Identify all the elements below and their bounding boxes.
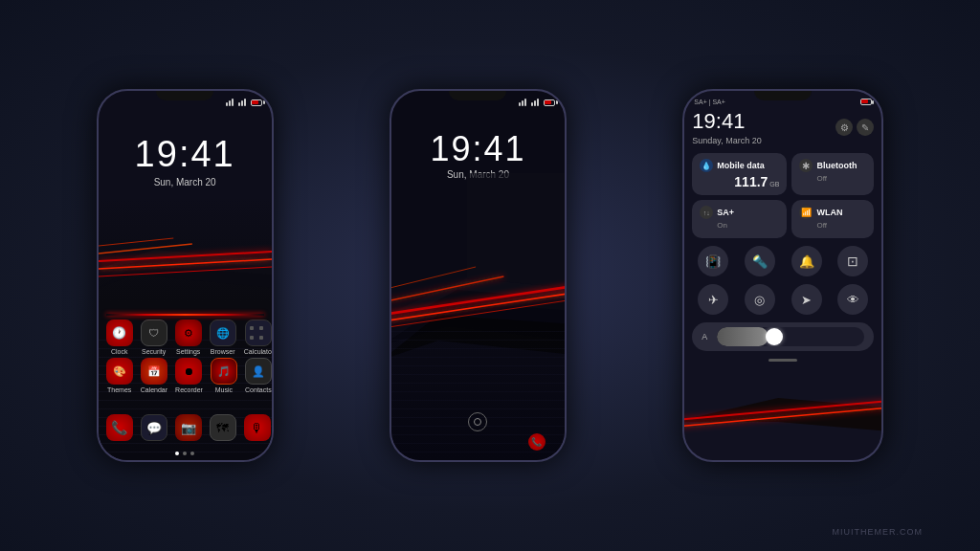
brightness-fill [717,327,768,346]
location-btn[interactable]: ➤ [791,284,822,315]
control-tiles: 💧 Mobile data 111.7 GB ✱ [692,153,874,238]
sa-tile[interactable]: ↑↓ SA+ On [692,200,787,238]
brightness-label: A [702,332,711,342]
wlan-icon: 📶 [799,206,813,219]
cc-time: 19:41 [692,109,761,134]
app-browser[interactable]: 🌐 Browser [210,320,236,355]
phone1-status-bar [108,99,262,106]
phone3: SA+ | SA+ 19:41 Sunday, March 20 [682,89,883,462]
airplane-btn[interactable]: ✈ [698,284,728,315]
dock-voice[interactable]: 🎙 [244,414,271,441]
phone2-time: 19:41 [391,129,565,169]
screen-record-btn[interactable]: ⊡ [837,246,868,276]
app-clock[interactable]: 🕐 Clock [106,320,133,355]
wlan-title: WLAN [816,208,842,217]
cc-status-bar: SA+ | SA+ [692,99,874,105]
app-contacts-label: Contacts [245,386,272,393]
brightness-bar[interactable] [717,327,864,346]
phone1-time: 19:41 [99,134,272,175]
app-calculator[interactable]: Calculator [244,320,272,355]
app-row-1: 🕐 Clock 🛡 Security ⚙ Settings 🌐 Browser [106,320,264,355]
sa-icon: ↑↓ [700,206,713,219]
app-calendar-label: Calendar [141,386,167,393]
dock-maps[interactable]: 🗺 [210,414,236,441]
auto-rotate-btn[interactable]: ◎ [745,284,775,315]
bluetooth-icon: ✱ [799,159,813,172]
phone2-status-bar [401,99,555,106]
app-settings-label: Settings [176,348,200,355]
flashlight-btn[interactable]: 🔦 [745,246,775,276]
cc-datetime-row: 19:41 Sunday, March 20 ⚙ ✎ [692,109,874,145]
dock-messages[interactable]: 💬 [141,414,167,441]
brightness-thumb[interactable] [766,328,783,345]
carrier-text: SA+ | SA+ [694,99,725,105]
bluetooth-status: Off [816,174,866,183]
page-dots [99,452,272,455]
dock-row: 📞 💬 📷 🗺 🎙 [106,414,264,441]
watermark: MIUITHEMER.COM [833,527,924,537]
app-themes[interactable]: 🎨 Themes [106,358,133,393]
phone1-date: Sun, March 20 [99,177,272,187]
control-center: SA+ | SA+ 19:41 Sunday, March 20 [684,91,881,369]
phone1: 19:41 Sun, March 20 [97,89,274,462]
app-calculator-label: Calculator [244,348,272,355]
vibrate-btn[interactable]: 📳 [698,246,728,276]
bluetooth-title: Bluetooth [816,161,857,170]
notification-btn[interactable]: 🔔 [791,246,822,276]
app-themes-label: Themes [107,386,131,393]
app-security[interactable]: 🛡 Security [141,320,167,355]
app-music-label: Music [215,386,233,393]
mobile-data-value: 111.7 [734,174,768,189]
app-clock-label: Clock [111,348,128,355]
cc-date: Sunday, March 20 [692,136,761,145]
mobile-data-icon: 💧 [700,159,713,172]
dock-camera[interactable]: 📷 [175,414,202,441]
wlan-tile[interactable]: 📶 WLAN Off [791,200,874,238]
app-security-label: Security [142,348,166,355]
cc-top-icons: ⚙ ✎ [835,119,874,136]
wlan-status: Off [816,221,866,230]
app-contacts[interactable]: 👤 Contacts [245,358,272,393]
scene: 19:41 Sun, March 20 [0,0,980,551]
app-calendar[interactable]: 📅 Calendar [141,358,167,393]
sa-title: SA+ [717,208,734,217]
mobile-data-title: Mobile data [717,161,765,170]
app-music[interactable]: 🎵 Music [211,358,237,393]
bluetooth-tile[interactable]: ✱ Bluetooth Off [791,153,874,195]
app-browser-label: Browser [211,348,235,355]
app-settings[interactable]: ⚙ Settings [175,320,202,355]
eye-btn[interactable]: 👁 [837,284,868,315]
mobile-data-unit: GB [769,181,779,187]
phone2: 19:41 Sun, March 20 [390,89,567,462]
app-recorder-label: Recorder [175,386,203,393]
dock-phone[interactable]: 📞 [106,414,133,441]
edit-icon[interactable]: ✎ [857,119,874,136]
round-btns-row2: ✈ ◎ ➤ 👁 [692,284,874,315]
sa-status: On [717,221,779,230]
round-btns-row1: 📳 🔦 🔔 ⊡ [692,246,874,276]
app-row-2: 🎨 Themes 📅 Calendar ⏺ Recorder 🎵 Music [106,358,264,393]
mobile-data-tile[interactable]: 💧 Mobile data 111.7 GB [692,153,787,195]
settings-icon[interactable]: ⚙ [835,119,853,136]
app-recorder[interactable]: ⏺ Recorder [175,358,203,393]
